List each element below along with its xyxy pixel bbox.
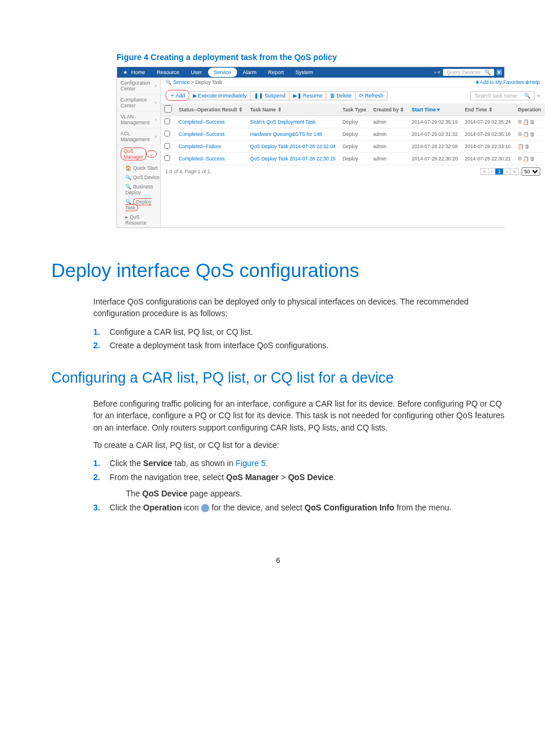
step-2: 2.Create a deployment task from interfac… — [93, 339, 505, 353]
cell-ops[interactable]: ⚙📋🗑 — [514, 153, 544, 165]
sidebar-item-business-deploy[interactable]: 🔍 Business Deploy — [117, 182, 160, 197]
pager: 1-4 of 4. Page 1 of 1. «‹1›» 50 — [161, 165, 545, 178]
row-checkbox[interactable] — [164, 143, 170, 149]
cell-type: Deploy — [339, 116, 370, 128]
tab-service[interactable]: Service — [208, 68, 237, 77]
procedure-list-1: 1.Configure a CAR list, PQ list, or CQ l… — [93, 326, 505, 354]
cell-ops[interactable]: 📋🗑 — [514, 141, 544, 153]
col-task-name[interactable]: Task Name ⇕ — [247, 103, 339, 116]
skip-icon: ▶❚ — [293, 93, 302, 99]
search-icon[interactable]: 🔍 — [484, 69, 491, 75]
top-tabs: Resource User Service Alarm Report Syste… — [151, 68, 319, 77]
search-placeholder: Search task name — [474, 93, 517, 99]
cell-type: Deploy — [339, 141, 370, 153]
add-favorites-link[interactable]: Add to My Favorites — [480, 79, 524, 85]
row-checkbox[interactable] — [164, 155, 170, 161]
collapse-icon[interactable]: » — [537, 93, 540, 99]
sidebar-item-deploy-task[interactable]: 🔍 Deploy Task — [117, 197, 160, 212]
col-checkbox[interactable] — [161, 103, 175, 116]
sidebar-item-quick-start[interactable]: 🏠 Quick Start — [117, 163, 160, 173]
cell-status[interactable]: Completed--Success — [175, 153, 247, 165]
sidebar: Configuration Center› Compliance Center›… — [117, 78, 161, 228]
cell-end: 2014-07-29 02:35:24 — [461, 116, 514, 128]
content-area: 🔍 Service > Deploy Task ★Add to My Favor… — [161, 78, 545, 228]
tab-system[interactable]: System — [290, 68, 319, 77]
figure-5-link[interactable]: Figure 5 — [235, 459, 265, 468]
col-start-time[interactable]: Start Time ▾ — [408, 103, 461, 116]
favorite-icon[interactable]: ★ — [475, 79, 480, 85]
step-3: 3. Click the Operation icon for the devi… — [93, 501, 505, 515]
cell-end: 2014-07-28 22:33:10 — [461, 141, 514, 153]
sidebar-item-acl[interactable]: ACL Management› — [117, 128, 160, 145]
pager-summary: 1-4 of 4. Page 1 of 1. — [166, 169, 212, 174]
cell-ops[interactable]: ⚙📋🗑 — [514, 128, 544, 141]
cell-type: Deploy — [339, 128, 370, 141]
star-icon[interactable]: ★ — [123, 69, 128, 75]
query-devices-box[interactable]: Query Devices 🔍 — [443, 69, 494, 76]
suspend-button[interactable]: ❚❚Suspend — [250, 91, 290, 100]
page-number: 6 — [51, 556, 505, 565]
delete-button[interactable]: 🗑Delete — [326, 91, 356, 100]
pager-first[interactable]: « — [480, 168, 489, 175]
dropdown-icon[interactable]: ▾ — [497, 69, 502, 75]
cell-start: 2014-07-28 22:32:08 — [408, 141, 461, 153]
widgets-icon[interactable]: ▪▫▾ — [434, 69, 441, 75]
breadcrumb-deploy-task: Deploy Task — [195, 79, 222, 85]
row-checkbox[interactable] — [164, 131, 170, 136]
col-created-by[interactable]: Created by ⇕ — [370, 103, 408, 116]
cell-status[interactable]: Completed--Failure — [175, 141, 247, 153]
refresh-button[interactable]: ⟳Refresh — [355, 91, 388, 100]
page-size-select[interactable]: 50 — [522, 167, 540, 176]
tab-resource[interactable]: Resource — [151, 68, 185, 77]
breadcrumb-service[interactable]: Service — [173, 79, 189, 85]
heading-2: Configuring a CAR list, PQ list, or CQ l… — [51, 369, 505, 386]
help-link[interactable]: Help — [530, 79, 540, 85]
tab-user[interactable]: User — [185, 68, 208, 77]
screenshot-container: ★ Home Resource User Service Alarm Repor… — [51, 66, 505, 228]
trash-icon: 🗑 — [330, 93, 335, 99]
cell-by: admin — [370, 128, 408, 141]
cell-status[interactable]: Completed--Success — [175, 128, 247, 141]
col-status[interactable]: Status--Operation Result ⇕ — [175, 103, 247, 116]
pager-last[interactable]: » — [510, 168, 519, 175]
home-link[interactable]: Home — [131, 69, 145, 75]
procedure-list-2: 1. Click the Service tab, as shown in Fi… — [93, 457, 505, 514]
sidebar-item-qos-resource[interactable]: ▸ QoS Resource — [117, 212, 160, 228]
sidebar-item-compliance[interactable]: Compliance Center› — [117, 94, 160, 111]
heading-1: Deploy interface QoS configurations — [51, 260, 505, 282]
tab-alarm[interactable]: Alarm — [237, 68, 263, 77]
chevron-right-icon: › — [155, 134, 157, 139]
plus-icon: ＋ — [170, 92, 175, 99]
sidebar-item-config[interactable]: Configuration Center› — [117, 78, 160, 94]
sidebar-item-vlan[interactable]: VLAN Management› — [117, 111, 160, 128]
help-icon[interactable]: ⊕ — [525, 79, 530, 85]
operation-icon — [201, 504, 209, 512]
search-icon[interactable]: 🔍 — [524, 93, 530, 99]
execute-button[interactable]: ▶Execute Immediately — [189, 91, 251, 100]
col-end-time[interactable]: End Time ⇕ — [461, 103, 514, 116]
cell-task[interactable]: QoS Deploy Task 2014-07-28 22:32:04 — [247, 141, 339, 153]
cell-start: 2014-07-28 22:30:20 — [408, 153, 461, 165]
sidebar-item-qos-device[interactable]: 🔍 QoS Device — [117, 173, 160, 182]
table-row: Completed--Success QoS Deploy Task 2014-… — [161, 153, 545, 165]
cell-by: admin — [370, 141, 408, 153]
sidebar-item-qos-manager[interactable]: QoS Manager⌄ — [117, 145, 160, 163]
paragraph-2: Before configuring traffic policing for … — [93, 398, 505, 433]
cell-task[interactable]: Hardware Queuing&GTS for 148 — [247, 128, 339, 141]
col-task-type[interactable]: Task Type — [339, 103, 370, 116]
resume-button[interactable]: ▶❚Resume — [289, 91, 327, 100]
tab-report[interactable]: Report — [262, 68, 290, 77]
search-input[interactable]: Search task name🔍 — [470, 91, 534, 100]
add-button[interactable]: ＋Add — [166, 90, 189, 101]
cell-task[interactable]: QoS Deploy Task 2014-07-28 22:30:15 — [247, 153, 339, 165]
chevron-down-icon: ⌄ — [146, 150, 157, 158]
pager-current: 1 — [495, 168, 504, 175]
breadcrumb: 🔍 Service > Deploy Task — [166, 79, 223, 85]
row-checkbox[interactable] — [164, 118, 170, 124]
cell-status[interactable]: Completed--Success — [175, 116, 247, 128]
cell-task[interactable]: Sean's QoS Deployment Task — [247, 116, 339, 128]
cell-ops[interactable]: ⚙📋🗑 — [514, 116, 544, 128]
pause-icon: ❚❚ — [254, 93, 263, 99]
cell-by: admin — [370, 116, 408, 128]
cell-type: Deploy — [339, 153, 370, 165]
